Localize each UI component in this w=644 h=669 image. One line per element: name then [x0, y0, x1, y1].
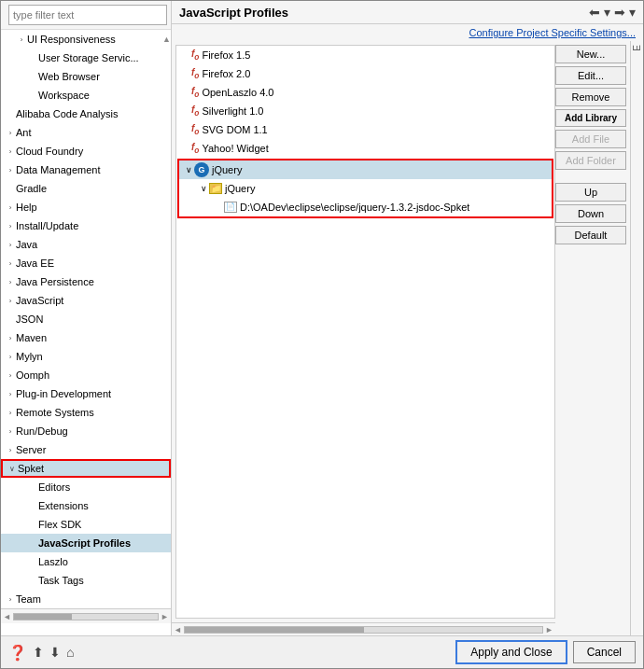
- scrollbar-indicator: ▲: [162, 35, 171, 44]
- profile-item-firefox15[interactable]: fo Firefox 1.5: [176, 46, 554, 64]
- remove-button[interactable]: Remove: [555, 88, 626, 106]
- profiles-hscrollbar[interactable]: ◄ ►: [172, 622, 555, 635]
- profile-item-openlaszlo[interactable]: fo OpenLaszlo 4.0: [176, 83, 554, 102]
- sidebar-item-javascript[interactable]: › JavaScript: [1, 291, 171, 310]
- sidebar-item-run-debug[interactable]: › Run/Debug: [1, 422, 171, 440]
- sidebar-item-java-ee[interactable]: › Java EE: [1, 254, 171, 272]
- sidebar-item-user-storage[interactable]: User Storage Servic...: [1, 49, 171, 67]
- sidebar-item-server[interactable]: › Server: [1, 440, 171, 459]
- sidebar-item-label: Java EE: [16, 258, 171, 269]
- import-icon[interactable]: ⬇: [49, 645, 61, 660]
- sidebar-item-ui-responsiveness[interactable]: › UI Responsiveness ▲: [1, 30, 171, 49]
- sidebar-item-label: UI Responsiveness: [27, 34, 162, 45]
- sidebar-item-editors[interactable]: Editors: [1, 478, 171, 496]
- nav-dropdown-icon[interactable]: ▾: [604, 5, 610, 20]
- sidebar-item-plugin-development[interactable]: › Plug-in Development: [1, 384, 171, 403]
- sidebar-item-laszlo[interactable]: Laszlo: [1, 552, 171, 571]
- chevron-right-icon: ›: [5, 427, 16, 436]
- chevron-down-icon: ∨: [183, 165, 194, 174]
- sidebar-item-label: Run/Debug: [16, 425, 171, 437]
- sidebar-item-java-persistence[interactable]: › Java Persistence: [1, 272, 171, 291]
- sidebar-item-help[interactable]: › Help: [1, 198, 171, 216]
- sidebar-item-flex-sdk[interactable]: Flex SDK: [1, 515, 171, 534]
- apply-close-button[interactable]: Apply and Close: [455, 640, 567, 664]
- sidebar-item-label: Plug-in Development: [16, 388, 171, 399]
- chevron-right-icon: ›: [5, 278, 16, 286]
- right-panel: JavaScript Profiles ⬅ ▾ ➡ ▾ Configure Pr…: [172, 1, 643, 635]
- nav-forward-icon[interactable]: ➡: [614, 5, 625, 20]
- down-button[interactable]: Down: [555, 204, 626, 223]
- profile-item-jquery[interactable]: ∨ G jQuery: [179, 160, 552, 179]
- sidebar-item-ant[interactable]: › Ant: [1, 123, 171, 142]
- sidebar-item-extensions[interactable]: Extensions: [1, 496, 171, 515]
- help-icon[interactable]: ❓: [8, 644, 27, 662]
- sidebar-item-javascript-profiles[interactable]: JavaScript Profiles: [1, 534, 171, 552]
- fo-icon: fo: [191, 123, 199, 136]
- profile-item-jquery-child[interactable]: ∨ 📁 jQuery: [179, 179, 552, 198]
- configure-link-container: Configure Project Specific Settings...: [172, 24, 643, 41]
- sidebar-item-workspace[interactable]: Workspace: [1, 86, 171, 105]
- fo-icon: fo: [191, 142, 199, 155]
- sidebar-item-task-tags[interactable]: Task Tags: [1, 571, 171, 590]
- edit-button[interactable]: Edit...: [555, 66, 626, 85]
- add-file-button[interactable]: Add File: [555, 130, 626, 148]
- sidebar-item-mylyn[interactable]: › Mylyn: [1, 347, 171, 366]
- sidebar-item-json[interactable]: JSON: [1, 310, 171, 328]
- chevron-right-icon: ›: [5, 222, 16, 230]
- new-button[interactable]: New...: [555, 45, 626, 63]
- sidebar-item-label: Task Tags: [38, 575, 171, 586]
- chevron-down-icon: ∨: [198, 184, 209, 193]
- profile-item-silverlight[interactable]: fo Silverlight 1.0: [176, 102, 554, 120]
- sidebar-item-oomph[interactable]: › Oomph: [1, 366, 171, 384]
- sidebar-item-label: JavaScript Profiles: [38, 537, 171, 549]
- sidebar-item-remote-systems[interactable]: › Remote Systems: [1, 403, 171, 422]
- sidebar-item-maven[interactable]: › Maven: [1, 328, 171, 347]
- fo-icon: fo: [191, 105, 199, 118]
- sidebar-item-install-update[interactable]: › Install/Update: [1, 216, 171, 235]
- scroll-right-icon[interactable]: ►: [161, 612, 169, 621]
- profile-item-svgdom[interactable]: fo SVG DOM 1.1: [176, 120, 554, 139]
- default-button[interactable]: Default: [555, 226, 626, 244]
- bottom-icons-bar: ❓ ⬆ ⬇ ⌂ Apply and Close Cancel: [1, 635, 643, 668]
- sidebar-item-web-browser[interactable]: Web Browser: [1, 67, 171, 86]
- right-sidebar-label: E: [630, 41, 643, 635]
- sidebar-item-alibaba[interactable]: Alibaba Code Analysis: [1, 105, 171, 123]
- sidebar-item-label: Web Browser: [38, 71, 171, 82]
- profile-label: jQuery: [212, 164, 242, 175]
- sidebar-item-label: Maven: [16, 332, 171, 343]
- right-side: New... Edit... Remove Add Library Add Fi…: [555, 41, 643, 635]
- export-icon[interactable]: ⬆: [33, 645, 44, 660]
- cancel-button[interactable]: Cancel: [573, 641, 636, 663]
- sidebar-item-label: Laszlo: [38, 556, 171, 567]
- left-panel-hscrollbar[interactable]: ◄ ►: [1, 608, 171, 623]
- scroll-left-icon[interactable]: ◄: [3, 612, 11, 621]
- profile-label: Yahoo! Widget: [202, 143, 268, 154]
- preferences-dialog: › UI Responsiveness ▲ User Storage Servi…: [0, 0, 644, 669]
- home-icon[interactable]: ⌂: [66, 645, 74, 660]
- profile-item-yahoo[interactable]: fo Yahoo! Widget: [176, 139, 554, 158]
- sidebar-item-team[interactable]: › Team: [1, 590, 171, 608]
- configure-link[interactable]: Configure Project Specific Settings...: [465, 25, 639, 40]
- sidebar-item-label: Java Persistence: [16, 276, 171, 287]
- profile-item-firefox20[interactable]: fo Firefox 2.0: [176, 64, 554, 83]
- sidebar-item-gradle[interactable]: Gradle: [1, 179, 171, 198]
- sidebar-item-label: Help: [16, 202, 171, 213]
- sidebar-item-data-management[interactable]: › Data Management: [1, 160, 171, 179]
- sidebar-item-java[interactable]: › Java: [1, 235, 171, 254]
- add-library-button[interactable]: Add Library: [555, 109, 626, 127]
- sidebar-item-label: JavaScript: [16, 295, 171, 306]
- sidebar-item-cloud-foundry[interactable]: › Cloud Foundry: [1, 142, 171, 160]
- nav-dropdown2-icon[interactable]: ▾: [629, 5, 636, 20]
- filter-input[interactable]: [8, 5, 167, 25]
- profile-label: jQuery: [225, 183, 255, 194]
- scroll-left-icon[interactable]: ◄: [174, 625, 182, 634]
- sidebar-item-label: Mylyn: [16, 351, 171, 362]
- up-button[interactable]: Up: [555, 183, 626, 202]
- scroll-right-icon[interactable]: ►: [545, 625, 553, 634]
- profile-item-jquery-path[interactable]: 📄 D:\OADev\eclipse\eclipse/jquery-1.3.2-…: [179, 198, 552, 216]
- sidebar-item-label: User Storage Servic...: [38, 52, 171, 63]
- nav-back-icon[interactable]: ⬅: [589, 5, 600, 20]
- add-folder-button[interactable]: Add Folder: [555, 151, 626, 170]
- chevron-down-icon: ∨: [7, 465, 18, 473]
- sidebar-item-spket[interactable]: ∨ Spket: [1, 459, 171, 478]
